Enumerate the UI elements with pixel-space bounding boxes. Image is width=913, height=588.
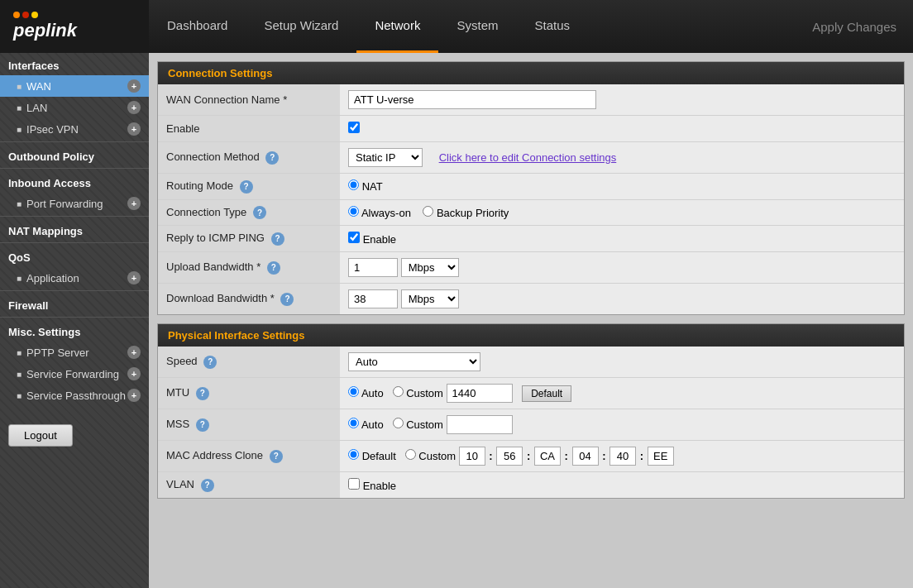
mtu-auto-label: Auto xyxy=(361,387,384,399)
vlan-row: VLAN ? Enable xyxy=(158,472,904,499)
sidebar-item-service-passthrough[interactable]: ■ Service Passthrough + xyxy=(0,385,149,406)
speed-label: Speed xyxy=(166,355,198,367)
connection-settings-link[interactable]: Click here to edit Connection settings xyxy=(439,151,617,164)
speed-help-icon[interactable]: ? xyxy=(203,356,217,369)
bullet-icon: ■ xyxy=(17,82,22,91)
sidebar-item-pptp[interactable]: ■ PPTP Server + xyxy=(0,342,149,363)
svcpass-plus-icon[interactable]: + xyxy=(127,389,141,402)
download-value-cell: Mbps Kbps xyxy=(340,284,904,315)
sidebar-item-lan[interactable]: ■ LAN + xyxy=(0,97,149,118)
mss-input[interactable] xyxy=(447,415,513,434)
nav-network[interactable]: Network xyxy=(356,0,438,53)
sidebar: Interfaces ■ WAN + ■ LAN + ■ IPsec VPN +… xyxy=(0,53,149,588)
connection-type-label: Connection Type xyxy=(166,206,246,218)
vlan-checkbox[interactable] xyxy=(348,478,360,490)
speed-row: Speed ? Auto 10Mbps Half 10Mbps Full 100… xyxy=(158,347,904,378)
sidebar-item-port-forwarding[interactable]: ■ Port Forwarding + xyxy=(0,193,149,214)
mac-sep-2: : xyxy=(527,450,530,462)
sidebar-item-wan[interactable]: ■ WAN + xyxy=(0,75,149,97)
download-help-icon[interactable]: ? xyxy=(280,293,294,306)
divider xyxy=(0,168,149,169)
logo-text: peplink xyxy=(13,20,77,41)
mtu-auto-radio[interactable] xyxy=(348,386,359,397)
upload-unit-select[interactable]: Mbps Kbps xyxy=(401,258,459,277)
routing-mode-help-icon[interactable]: ? xyxy=(240,180,253,194)
icmp-checkbox[interactable] xyxy=(348,232,360,243)
wan-plus-icon[interactable]: + xyxy=(127,79,141,93)
speed-select[interactable]: Auto 10Mbps Half 10Mbps Full 100Mbps Hal… xyxy=(348,352,480,371)
connection-type-help-icon[interactable]: ? xyxy=(253,206,266,219)
icmp-help-icon[interactable]: ? xyxy=(271,232,284,246)
mac-label-cell: MAC Address Clone ? xyxy=(158,441,340,472)
connection-settings-header: Connection Settings xyxy=(158,62,904,84)
ipsec-plus-icon[interactable]: + xyxy=(127,122,141,136)
sidebar-item-service-forwarding[interactable]: ■ Service Forwarding + xyxy=(0,363,149,385)
mss-custom-label: Custom xyxy=(406,418,443,431)
mtu-custom-radio[interactable] xyxy=(393,386,404,397)
sidebar-section-firewall[interactable]: Firewall xyxy=(0,293,149,315)
icmp-enable-label: Enable xyxy=(363,233,396,246)
sidebar-item-application[interactable]: ■ Application + xyxy=(0,267,149,289)
sidebar-section-outbound[interactable]: Outbound Policy xyxy=(0,144,149,166)
apply-changes-button[interactable]: Apply Changes xyxy=(796,0,913,53)
sidebar-portfwd-label: Port Forwarding xyxy=(26,198,103,210)
mss-help-icon[interactable]: ? xyxy=(196,418,209,432)
icmp-label: Reply to ICMP PING xyxy=(166,232,265,244)
app-plus-icon[interactable]: + xyxy=(127,271,141,284)
upload-row: Upload Bandwidth * ? Mbps Kbps xyxy=(158,252,904,284)
sidebar-item-ipsec[interactable]: ■ IPsec VPN + xyxy=(0,118,149,140)
mtu-default-button[interactable]: Default xyxy=(522,385,571,402)
enable-checkbox[interactable] xyxy=(348,122,360,133)
portfwd-plus-icon[interactable]: + xyxy=(127,197,141,210)
vlan-help-icon[interactable]: ? xyxy=(201,479,214,492)
mac-octet-5[interactable] xyxy=(609,447,636,466)
upload-label: Upload Bandwidth * xyxy=(166,261,261,273)
connection-method-label-cell: Connection Method ? xyxy=(158,142,340,174)
conn-type-backup-radio[interactable] xyxy=(423,206,433,217)
connection-method-help-icon[interactable]: ? xyxy=(265,151,279,165)
conn-type-always-on-label: Always-on xyxy=(361,207,411,219)
sidebar-svcpass-label: Service Passthrough xyxy=(26,390,126,402)
download-unit-select[interactable]: Mbps Kbps xyxy=(401,289,459,308)
svcfwd-plus-icon[interactable]: + xyxy=(127,367,141,380)
wan-name-input[interactable] xyxy=(348,90,596,109)
nav-setup-wizard[interactable]: Setup Wizard xyxy=(246,0,356,53)
mac-label: MAC Address Clone xyxy=(166,449,263,461)
routing-mode-value: NAT xyxy=(362,180,383,193)
nav-menu: Dashboard Setup Wizard Network System St… xyxy=(149,0,913,53)
mac-custom-radio[interactable] xyxy=(405,449,416,460)
mss-auto-radio[interactable] xyxy=(348,418,359,428)
pptp-plus-icon[interactable]: + xyxy=(127,346,141,359)
download-input[interactable] xyxy=(348,289,398,308)
connection-method-select[interactable]: Static IP DHCP PPPoE xyxy=(348,148,423,167)
mtu-value-cell: Auto Custom Default xyxy=(340,378,904,409)
mtu-input[interactable] xyxy=(447,384,513,403)
mac-sep-3: : xyxy=(565,450,568,462)
mac-octet-4[interactable] xyxy=(572,447,599,466)
nav-status[interactable]: Status xyxy=(516,0,588,53)
lan-plus-icon[interactable]: + xyxy=(127,101,141,114)
sidebar-section-nat[interactable]: NAT Mappings xyxy=(0,218,149,241)
mac-octet-2[interactable] xyxy=(496,447,523,466)
conn-type-always-on-radio[interactable] xyxy=(348,206,359,217)
mac-octet-1[interactable] xyxy=(459,447,485,466)
upload-help-icon[interactable]: ? xyxy=(267,261,280,275)
mac-octet-6[interactable] xyxy=(648,447,674,466)
physical-settings-section: Physical Interface Settings Speed ? Auto… xyxy=(157,323,905,499)
mtu-custom-label: Custom xyxy=(406,387,443,399)
divider xyxy=(0,242,149,243)
mss-custom-radio[interactable] xyxy=(393,418,404,428)
upload-input[interactable] xyxy=(348,258,398,277)
content-area: Connection Settings WAN Connection Name … xyxy=(149,53,913,588)
mtu-help-icon[interactable]: ? xyxy=(196,387,209,400)
connection-method-row: Connection Method ? Static IP DHCP PPPoE… xyxy=(158,142,904,174)
sidebar-pptp-label: PPTP Server xyxy=(26,347,89,359)
logout-button[interactable]: Logout xyxy=(8,424,73,447)
nav-system[interactable]: System xyxy=(438,0,516,53)
mac-default-radio[interactable] xyxy=(348,449,359,460)
mac-help-icon[interactable]: ? xyxy=(270,450,283,463)
nav-dashboard[interactable]: Dashboard xyxy=(149,0,246,53)
routing-mode-radio[interactable] xyxy=(348,179,359,190)
mac-octet-3[interactable] xyxy=(534,447,561,466)
bullet-icon: ■ xyxy=(17,370,22,379)
